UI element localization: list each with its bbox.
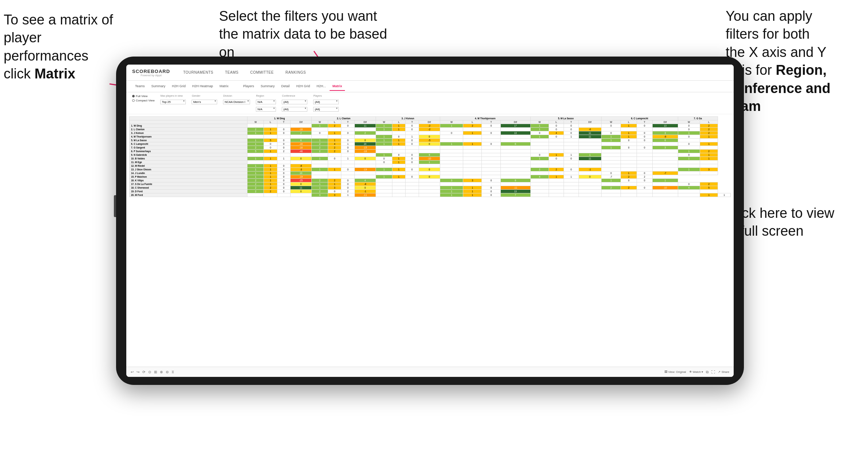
filter-players-select2[interactable]: (All) xyxy=(313,107,339,112)
tab-players[interactable]: Players xyxy=(240,82,257,91)
filter-conference-select2[interactable]: (All) xyxy=(282,107,307,112)
cell-16-23 xyxy=(652,182,678,186)
toolbar-link[interactable]: ⊙ xyxy=(148,370,151,374)
cell-12-19: -1 xyxy=(579,168,601,171)
cell-16-1: 1 xyxy=(264,182,277,186)
table-row: 16. K Vilips210-25220433081001 xyxy=(130,179,731,182)
fullscreen-button[interactable]: ⛶ xyxy=(711,370,715,374)
cell-15-9 xyxy=(392,179,405,182)
toolbar-grid[interactable]: ⊞ xyxy=(154,370,157,374)
radio-full-view[interactable]: Full View xyxy=(132,94,154,98)
cell-13-7 xyxy=(354,171,376,175)
table-row: 14. J Lundin11010010-7 xyxy=(130,171,731,175)
cell-2-25: 2 xyxy=(700,131,718,135)
cell-12-16: 2 xyxy=(530,168,549,171)
cell-8-13 xyxy=(463,153,482,157)
annotation-topmid: Select the filters you want the matrix d… xyxy=(219,7,394,61)
cell-6-0: 2 xyxy=(247,146,264,150)
tab-matrix-active[interactable]: Matrix xyxy=(330,82,345,91)
cell-3-13 xyxy=(463,135,482,139)
cell-5-15: 6 xyxy=(500,142,530,146)
toolbar-screen[interactable]: ⧉ xyxy=(706,370,708,374)
toolbar-undo[interactable]: ↩ xyxy=(131,370,134,374)
tab-h2h-grid2[interactable]: H2H Grid xyxy=(293,82,313,91)
toolbar-plus[interactable]: ⊕ xyxy=(160,370,163,374)
cell-1-18: 0 xyxy=(564,128,579,131)
sub-d3: Dif xyxy=(419,120,440,124)
cell-0-8: 1 xyxy=(376,124,392,128)
toolbar-clock[interactable]: ⧖ xyxy=(172,370,174,374)
cell-4-21: 0 xyxy=(621,139,637,142)
sub-w2: W xyxy=(312,120,328,124)
cell-5-21 xyxy=(621,142,637,146)
cell-6-16 xyxy=(530,146,549,150)
radio-compact-view[interactable]: Compact View xyxy=(132,99,154,102)
cell-5-9: 1 xyxy=(392,142,405,146)
filter-division-select[interactable]: NCAA Division I xyxy=(223,100,250,104)
cell-19-26: 1 xyxy=(718,193,730,197)
filter-players-select1[interactable]: (All) xyxy=(313,100,339,104)
cell-7-15 xyxy=(500,150,530,153)
share-button[interactable]: ↗ Share xyxy=(718,370,729,374)
cell-19-7: -11 xyxy=(354,193,376,197)
cell-9-25: 1 xyxy=(700,157,718,161)
cell-1-7 xyxy=(354,128,376,131)
cell-9-14 xyxy=(482,157,500,161)
nav-rankings[interactable]: RANKINGS xyxy=(284,70,307,75)
cell-13-24 xyxy=(678,171,700,175)
tab-h2h-grid[interactable]: H2H Grid xyxy=(169,82,189,91)
cell-0-18: 0 xyxy=(564,124,579,128)
toolbar-minus[interactable]: ⊖ xyxy=(166,370,169,374)
cell-15-2: 0 xyxy=(277,179,290,182)
col-header-7: 7. G Sa xyxy=(678,117,718,120)
cell-16-22 xyxy=(637,182,652,186)
cell-15-11 xyxy=(419,179,440,182)
tab-matrix-left[interactable]: Matrix xyxy=(217,82,232,91)
toolbar-refresh[interactable]: ⟳ xyxy=(142,370,145,374)
nav-committee[interactable]: COMMITTEE xyxy=(249,70,275,75)
cell-10-10: 0 xyxy=(406,161,419,164)
cell-16-11 xyxy=(419,182,440,186)
cell-8-21 xyxy=(621,153,637,157)
toolbar-redo[interactable]: ↪ xyxy=(137,370,139,374)
cell-14-3: -19 xyxy=(290,175,311,179)
cell-18-6: 2 xyxy=(341,190,354,193)
cell-12-21 xyxy=(621,168,637,171)
row-header-16: 17. S De La Fuente xyxy=(130,182,247,186)
tab-h2h2[interactable]: H2H... xyxy=(314,82,329,91)
cell-4-12 xyxy=(440,139,463,142)
cell-5-25: 1 xyxy=(700,142,718,146)
cell-13-12 xyxy=(440,171,463,175)
filter-conference-select1[interactable]: (All) xyxy=(282,100,307,104)
filter-max-players-select[interactable]: Top 25 xyxy=(160,100,186,104)
cell-4-2: 0 xyxy=(277,139,290,142)
cell-0-10: 0 xyxy=(406,124,419,128)
nav-tournaments[interactable]: TOURNAMENTS xyxy=(182,70,215,75)
filter-region-select2[interactable]: N/A xyxy=(256,107,276,112)
cell-4-25 xyxy=(700,139,718,142)
cell-0-3 xyxy=(290,124,311,128)
cell-19-22 xyxy=(637,193,652,197)
watch-button[interactable]: 👁 Watch ▾ xyxy=(689,370,703,374)
tab-detail[interactable]: Detail xyxy=(279,82,293,91)
tab-summary[interactable]: Summary xyxy=(149,82,169,91)
cell-17-14: 0 xyxy=(482,186,500,190)
cell-1-5 xyxy=(328,128,341,131)
filter-region-select1[interactable]: N/A xyxy=(256,100,276,104)
cell-2-2: 0 xyxy=(277,131,290,135)
cell-14-16: 4 xyxy=(530,175,549,179)
cell-5-1: 0 xyxy=(264,142,277,146)
cell-15-6: 0 xyxy=(341,179,354,182)
tab-teams[interactable]: Teams xyxy=(132,82,148,91)
row-header-10: 11. M Ege xyxy=(130,161,247,164)
filter-gender-select[interactable]: Men's xyxy=(192,100,217,104)
tab-summary2[interactable]: Summary xyxy=(258,82,278,91)
cell-18-20 xyxy=(601,190,621,193)
matrix-content[interactable]: 1. W Ding 2. L Clanton 3. J Koivun 4. M … xyxy=(126,114,734,367)
nav-teams[interactable]: TEAMS xyxy=(223,70,240,75)
tab-h2h-heatmap[interactable]: H2H Heatmap xyxy=(189,82,216,91)
cell-3-7 xyxy=(354,135,376,139)
cell-6-19 xyxy=(579,146,601,150)
cell-2-19: 11 xyxy=(579,131,601,135)
tablet-frame: SCOREBOARD Powered by clippd TOURNAMENTS… xyxy=(116,57,744,385)
